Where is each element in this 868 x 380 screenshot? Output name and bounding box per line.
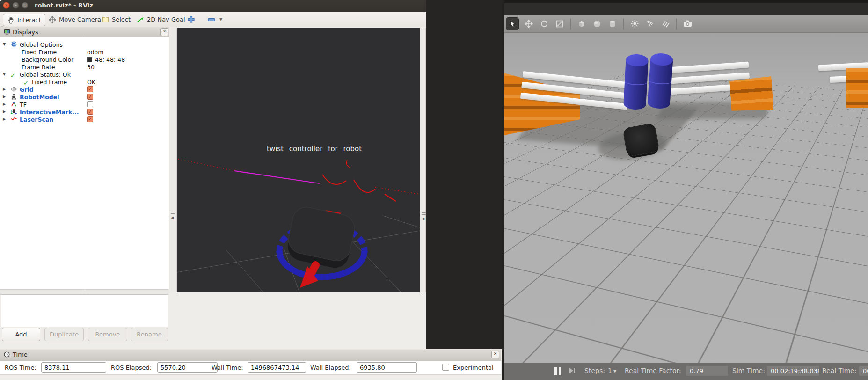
time-close-icon[interactable]: ✕ <box>491 351 499 358</box>
display-enabled-checkbox[interactable] <box>87 101 93 107</box>
window-close-button[interactable]: ✕ <box>3 2 10 9</box>
displays-panel-title: Displays <box>13 29 38 36</box>
remove-tool-button[interactable]: ▼ <box>204 14 226 25</box>
rename-button[interactable]: Rename <box>131 328 168 341</box>
duplicate-button[interactable]: Duplicate <box>44 328 84 341</box>
expander-down-icon[interactable]: ▼ <box>3 72 6 76</box>
ros-elapsed-input[interactable] <box>157 362 218 373</box>
display-label: Frame Rate <box>22 64 55 71</box>
displays-tree[interactable]: ▼Global OptionsFixed FrameodomBackground… <box>0 37 169 289</box>
remove-button[interactable]: Remove <box>88 328 127 341</box>
rviz-titlebar[interactable]: ✕ – ▢ robot.rviz* - RViz <box>0 0 426 12</box>
sphere-icon[interactable] <box>591 18 603 30</box>
viewport-overlay-text: twist controller for robot <box>267 145 374 153</box>
box-icon[interactable] <box>576 18 587 30</box>
toolbar-separator <box>623 18 624 29</box>
display-row-frame-rate[interactable]: Frame Rate30 <box>0 63 169 71</box>
display-enabled-checkbox[interactable]: ✓ <box>87 86 93 92</box>
display-enabled-checkbox[interactable]: ✓ <box>87 109 93 115</box>
display-row-fixed-frame[interactable]: Fixed Frameodom <box>0 48 169 56</box>
display-label: Grid <box>20 86 34 93</box>
grid-icon <box>10 86 18 93</box>
wall-time-input[interactable] <box>248 362 306 373</box>
collapse-right-icon[interactable]: ◀ <box>422 217 424 221</box>
guardrail-orange-far-right[interactable] <box>846 68 868 108</box>
point-light-icon[interactable] <box>629 18 640 30</box>
pause-icon[interactable] <box>554 367 557 375</box>
expander-right-icon[interactable]: ▶ <box>3 110 6 114</box>
real-time-label: Real Time: <box>822 367 857 374</box>
splitter-right[interactable]: ◀ <box>420 28 426 292</box>
gazebo-3d-scene[interactable] <box>502 33 868 363</box>
nav-goal-arrow-icon <box>136 16 144 23</box>
robot-icon <box>10 93 18 101</box>
marker-line <box>234 171 320 183</box>
directional-light-icon[interactable] <box>660 18 671 30</box>
steps-label: Steps: <box>584 367 605 374</box>
hand-icon <box>7 16 15 24</box>
camera-icon[interactable] <box>682 18 693 30</box>
tool-2d-nav-goal[interactable]: 2D Nav Goal <box>132 14 189 25</box>
rviz-3d-viewport[interactable]: twist controller for robot <box>177 28 420 292</box>
move-camera-icon <box>49 16 56 23</box>
window-minimize-button[interactable]: – <box>12 2 19 9</box>
ros-time-input[interactable] <box>41 362 106 373</box>
cylinder-icon[interactable] <box>607 18 618 30</box>
rviz-empty-dock-area <box>426 0 502 349</box>
tool-move-camera[interactable]: Move Camera <box>45 14 105 25</box>
laser-arc <box>354 180 375 192</box>
chevron-down-icon[interactable]: ▼ <box>613 369 616 373</box>
add-button[interactable]: Add <box>2 328 40 341</box>
display-row-robotmodel[interactable]: ▶RobotModel✓ <box>0 93 169 101</box>
display-row-global-status-ok[interactable]: ▼✓Global Status: Ok <box>0 71 169 78</box>
laser-arc <box>322 175 346 184</box>
displays-close-icon[interactable]: ✕ <box>160 28 168 36</box>
expander-right-icon[interactable]: ▶ <box>3 95 6 99</box>
display-value: odom <box>87 49 103 56</box>
display-row-laserscan[interactable]: ▶LaserScan✓ <box>0 116 169 123</box>
toolbar-separator <box>676 18 677 29</box>
window-maximize-button[interactable]: ▢ <box>22 2 29 9</box>
time-panel-header[interactable]: Time ✕ <box>0 349 501 362</box>
wall-time-label: Wall Time: <box>212 364 243 371</box>
expander-right-icon[interactable]: ▶ <box>3 87 6 91</box>
real-time-value: 00 0 <box>859 366 868 376</box>
step-icon[interactable] <box>569 367 576 376</box>
gazebo-robot[interactable] <box>622 123 660 157</box>
display-row-interactivemark-[interactable]: ▶InteractiveMark...✓ <box>0 108 169 116</box>
tool-interact[interactable]: Interact <box>3 14 45 26</box>
display-row-background-color[interactable]: Background Color48; 48; 48 <box>0 56 169 63</box>
rotate-icon[interactable] <box>539 18 550 30</box>
display-row-fixed-frame[interactable]: ✓Fixed FrameOK <box>0 78 169 86</box>
display-label: Global Status: Ok <box>20 71 71 78</box>
spot-light-icon[interactable] <box>644 18 656 30</box>
plus-icon <box>187 15 195 23</box>
robot-model[interactable] <box>284 205 357 270</box>
collapse-left-icon[interactable]: ◀ <box>171 216 174 220</box>
experimental-checkbox[interactable] <box>442 364 449 371</box>
display-row-tf[interactable]: ▶TF <box>0 101 169 108</box>
pause-icon[interactable] <box>559 367 561 375</box>
expander-right-icon[interactable]: ▶ <box>3 102 6 106</box>
blue-cylinder[interactable] <box>647 52 673 110</box>
display-value: 30 <box>87 64 95 71</box>
scale-icon[interactable] <box>554 18 565 30</box>
tool-select[interactable]: Select <box>98 14 134 25</box>
guardrail-orange-right[interactable] <box>729 76 774 113</box>
tf-icon <box>10 101 18 108</box>
displays-panel-header[interactable]: Displays ✕ <box>0 27 169 37</box>
wall-elapsed-input[interactable] <box>357 362 417 373</box>
cursor-icon[interactable] <box>506 17 519 30</box>
translate-icon[interactable] <box>523 18 534 30</box>
display-enabled-checkbox[interactable]: ✓ <box>87 116 93 122</box>
expander-right-icon[interactable]: ▶ <box>3 117 6 121</box>
add-tool-button[interactable] <box>183 14 199 25</box>
display-row-global-options[interactable]: ▼Global Options <box>0 41 169 48</box>
laser-icon <box>10 116 18 123</box>
blue-cylinder[interactable] <box>623 54 649 111</box>
expander-down-icon[interactable]: ▼ <box>3 42 6 46</box>
desktop: { "rviz": { "window_title": "robot.rviz*… <box>0 0 868 380</box>
display-enabled-checkbox[interactable]: ✓ <box>87 94 93 100</box>
display-row-grid[interactable]: ▶Grid✓ <box>0 86 169 93</box>
splitter-left[interactable]: ◀ <box>169 27 177 292</box>
